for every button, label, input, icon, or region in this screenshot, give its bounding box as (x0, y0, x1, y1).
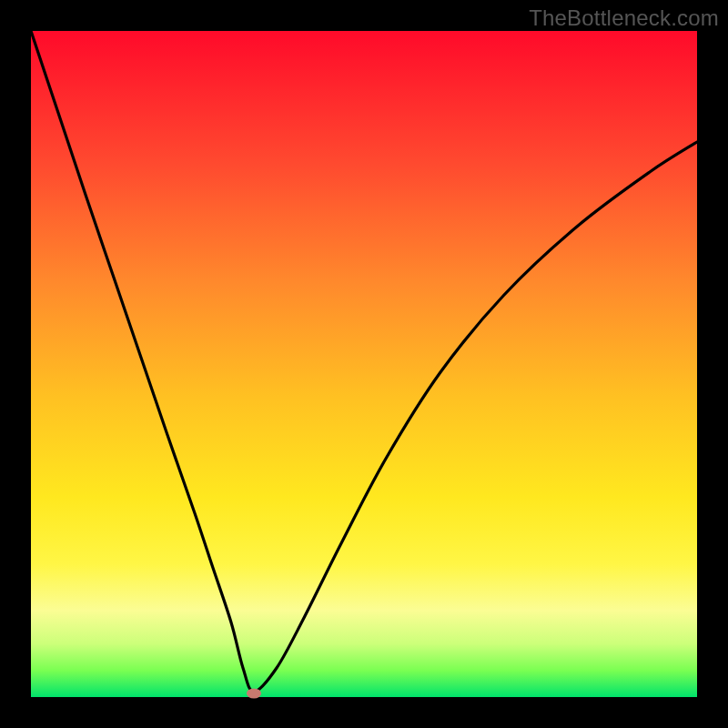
bottleneck-curve (31, 31, 697, 692)
minimum-marker (247, 689, 261, 699)
watermark-text: TheBottleneck.com (529, 5, 719, 31)
chart-frame: TheBottleneck.com (0, 0, 728, 728)
plot-area (31, 31, 697, 697)
curve-svg (31, 31, 697, 697)
